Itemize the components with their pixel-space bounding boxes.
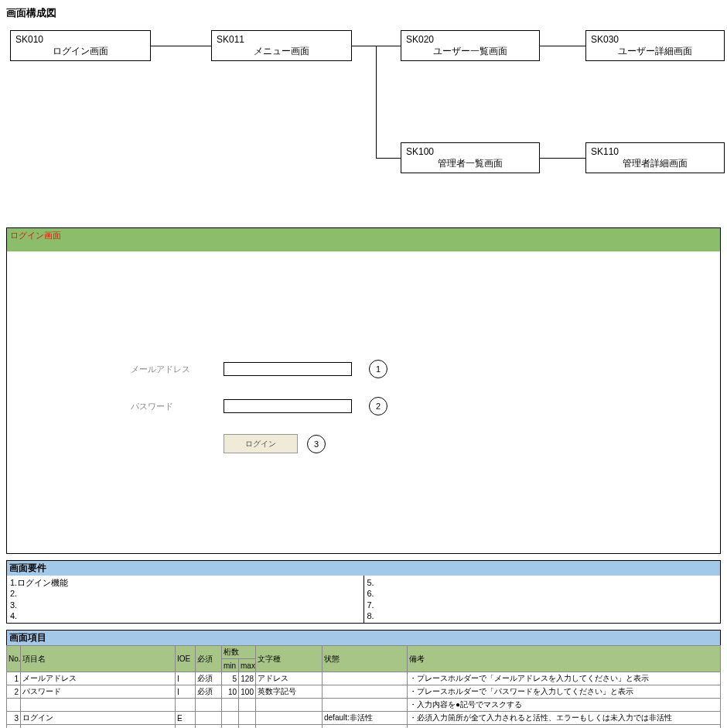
col-max: max [239, 659, 256, 672]
password-input[interactable] [224, 399, 352, 413]
flow-box-sk010: SK010 ログイン画面 [10, 30, 151, 61]
flow-id: SK100 [406, 146, 534, 157]
table-cell [323, 672, 408, 685]
table-cell [222, 699, 239, 712]
table-row [7, 725, 721, 728]
col-digits: 桁数 [222, 646, 256, 659]
table-cell [239, 725, 256, 728]
flow-box-sk020: SK020 ユーザー一覧画面 [401, 30, 540, 61]
col-type: 文字種 [256, 646, 323, 672]
col-ioe: IOE [176, 646, 196, 672]
table-cell [222, 725, 239, 728]
table-cell: ログイン [21, 712, 176, 725]
table-cell: 128 [239, 672, 256, 685]
table-cell [21, 699, 176, 712]
table-cell: E [176, 712, 196, 725]
req-item: 1.ログイン機能 [10, 577, 360, 588]
table-cell: I [176, 685, 196, 699]
table-cell [239, 699, 256, 712]
table-cell [256, 725, 323, 728]
password-label: パスワード [131, 401, 224, 412]
table-cell: 2 [7, 685, 21, 699]
table-row: 1メールアドレスI必須5128アドレス・プレースホルダーで「メールアドレスを入力… [7, 672, 721, 685]
flow-name: メニュー画面 [217, 45, 346, 58]
table-cell: ・プレースホルダーで「パスワードを入力してください」と表示 [408, 685, 721, 699]
table-cell: メールアドレス [21, 672, 176, 685]
req-item: 2. [10, 588, 360, 599]
col-note: 備考 [408, 646, 721, 672]
callout-3: 3 [307, 435, 326, 453]
req-item: 6. [367, 588, 718, 599]
table-cell [7, 699, 21, 712]
email-input[interactable] [224, 362, 352, 376]
req-item: 5. [367, 577, 718, 588]
table-cell: ・プレースホルダーで「メールアドレスを入力してください」と表示 [408, 672, 721, 685]
flow-id: SK011 [217, 34, 346, 45]
flow-name: 管理者一覧画面 [406, 157, 534, 170]
col-req: 必須 [196, 646, 222, 672]
items-header: 画面項目 [6, 630, 721, 645]
table-cell: 必須 [196, 685, 222, 699]
req-item: 4. [10, 610, 360, 621]
flow-box-sk030: SK030 ユーザー詳細画面 [585, 30, 725, 61]
table-cell: 100 [239, 685, 256, 699]
table-cell: I [176, 672, 196, 685]
flow-box-sk011: SK011 メニュー画面 [211, 30, 352, 61]
table-row: ・入力内容を●記号でマスクする [7, 699, 721, 712]
login-mockup-panel: ログイン画面 メールアドレス 1 パスワード 2 ログイン 3 [6, 227, 721, 554]
flow-name: 管理者詳細画面 [591, 157, 719, 170]
requirements-right-col: 5. 6. 7. 8. [364, 576, 721, 623]
table-cell: 必須 [196, 672, 222, 685]
screen-flow-diagram: SK010 ログイン画面 SK011 メニュー画面 SK020 ユーザー一覧画面… [6, 26, 721, 212]
col-name: 項目名 [21, 646, 176, 672]
col-no: No. [7, 646, 21, 672]
items-table: No. 項目名 IOE 必須 桁数 文字種 状態 備考 min max 1メール… [6, 645, 721, 728]
flow-name: ログイン画面 [15, 45, 145, 58]
flow-box-sk100: SK100 管理者一覧画面 [401, 142, 540, 173]
table-cell [196, 725, 222, 728]
table-cell: 英数字記号 [256, 685, 323, 699]
login-button[interactable]: ログイン [224, 434, 298, 453]
flow-id: SK020 [406, 34, 534, 45]
flow-name: ユーザー詳細画面 [591, 45, 719, 58]
document-title: 画面構成図 [6, 6, 721, 20]
mockup-body: メールアドレス 1 パスワード 2 ログイン 3 [7, 251, 720, 553]
requirements-header: 画面要件 [6, 560, 721, 576]
req-item: 8. [367, 610, 718, 621]
callout-2: 2 [369, 397, 387, 415]
requirements-left-col: 1.ログイン機能 2. 3. 4. [7, 576, 364, 623]
table-cell [408, 725, 721, 728]
table-cell: 10 [222, 685, 239, 699]
table-cell [323, 725, 408, 728]
table-cell: 3 [7, 712, 21, 725]
table-cell [176, 725, 196, 728]
table-cell [7, 725, 21, 728]
req-item: 3. [10, 600, 360, 610]
table-cell [256, 712, 323, 725]
table-cell [323, 699, 408, 712]
table-row: 2パスワードI必須10100英数字記号・プレースホルダーで「パスワードを入力して… [7, 685, 721, 699]
email-label: メールアドレス [131, 364, 224, 375]
table-cell [196, 712, 222, 725]
callout-1: 1 [369, 360, 387, 378]
table-cell: アドレス [256, 672, 323, 685]
mockup-title: ログイン画面 [7, 228, 720, 251]
col-state: 状態 [323, 646, 408, 672]
table-cell [239, 712, 256, 725]
table-cell [176, 699, 196, 712]
table-cell: 5 [222, 672, 239, 685]
table-cell: 1 [7, 672, 21, 685]
table-cell: ・必須入力箇所が全て入力されると活性、エラーもしくは未入力では非活性 [408, 712, 721, 725]
table-cell [256, 699, 323, 712]
table-cell [196, 699, 222, 712]
table-cell [222, 712, 239, 725]
flow-box-sk110: SK110 管理者詳細画面 [585, 142, 725, 173]
requirements-box: 1.ログイン機能 2. 3. 4. 5. 6. 7. 8. [6, 576, 721, 624]
flow-id: SK110 [591, 146, 719, 157]
table-row: 3ログインEdefault:非活性・必須入力箇所が全て入力されると活性、エラーも… [7, 712, 721, 725]
table-cell [323, 685, 408, 699]
col-min: min [222, 659, 239, 672]
flow-id: SK010 [15, 34, 145, 45]
table-cell: ・入力内容を●記号でマスクする [408, 699, 721, 712]
table-cell: パスワード [21, 685, 176, 699]
